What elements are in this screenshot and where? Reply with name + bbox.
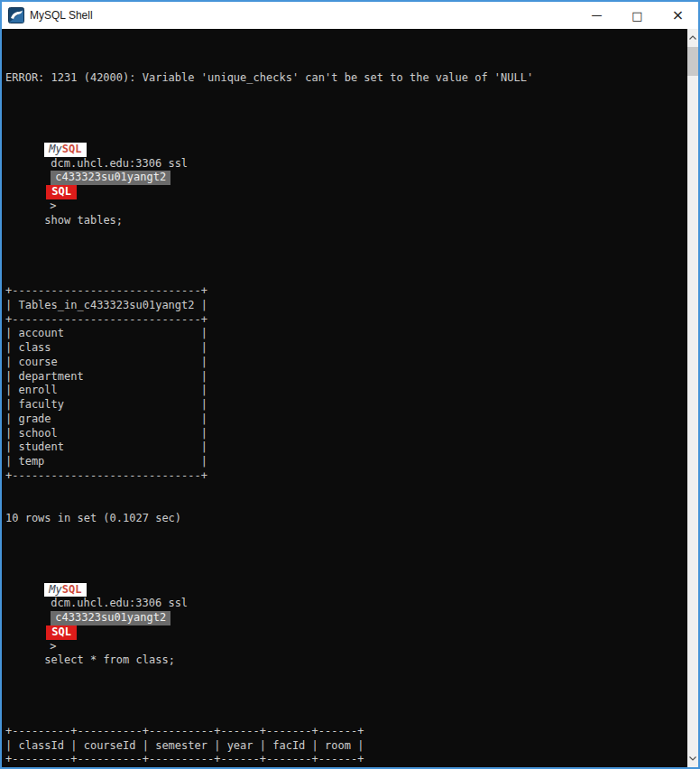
connection-host: dcm.uhcl.edu:3306 ssl bbox=[51, 157, 188, 171]
mysql-shell-app-icon bbox=[8, 7, 24, 23]
sql-mode-badge: SQL bbox=[46, 625, 77, 640]
command-show-tables: show tables; bbox=[44, 214, 123, 228]
result-summary-1: 10 rows in set (0.1027 sec) bbox=[5, 512, 687, 526]
mysql-logo-badge: MySQL bbox=[44, 143, 86, 157]
result-table-tables: +-----------------------------+ | Tables… bbox=[5, 284, 687, 483]
chevron-up-icon bbox=[689, 35, 696, 40]
mysql-logo-badge: MySQL bbox=[44, 583, 86, 598]
prompt-line-2: MySQL dcm.uhcl.edu:3306 ssl c433323su01y… bbox=[5, 569, 687, 682]
maximize-icon: □ bbox=[631, 10, 642, 22]
maximize-button[interactable]: □ bbox=[617, 2, 658, 29]
prompt-line-1: MySQL dcm.uhcl.edu:3306 ssl c433323su01y… bbox=[5, 128, 687, 242]
scroll-up-arrow[interactable] bbox=[687, 31, 698, 44]
caption-buttons: — □ × bbox=[576, 2, 698, 29]
window-title: MySQL Shell bbox=[30, 9, 93, 22]
titlebar: MySQL Shell — □ × bbox=[2, 2, 698, 29]
close-icon: × bbox=[672, 8, 684, 23]
minimize-button[interactable]: — bbox=[576, 2, 617, 29]
schema-badge: c433323su01yangt2 bbox=[51, 611, 170, 625]
sql-mode-badge: SQL bbox=[46, 185, 77, 199]
error-line: ERROR: 1231 (42000): Variable 'unique_ch… bbox=[5, 71, 687, 86]
close-button[interactable]: × bbox=[658, 2, 698, 29]
chevron-down-icon bbox=[689, 756, 696, 761]
command-select-class: select * from class; bbox=[44, 653, 175, 668]
scrollbar[interactable] bbox=[687, 29, 698, 767]
terminal-output[interactable]: ERROR: 1231 (42000): Variable 'unique_ch… bbox=[2, 29, 687, 767]
schema-badge: c433323su01yangt2 bbox=[51, 171, 170, 185]
prompt-caret: > bbox=[50, 640, 56, 654]
prompt-caret: > bbox=[50, 199, 56, 214]
scroll-down-arrow[interactable] bbox=[687, 752, 698, 765]
connection-host: dcm.uhcl.edu:3306 ssl bbox=[51, 597, 188, 611]
result-table-class: +---------+----------+----------+------+… bbox=[5, 725, 687, 767]
mysql-shell-window: MySQL Shell — □ × ERROR: 1231 (42000): V… bbox=[0, 0, 700, 769]
minimize-icon: — bbox=[592, 10, 603, 21]
scrollbar-thumb[interactable] bbox=[687, 47, 698, 76]
